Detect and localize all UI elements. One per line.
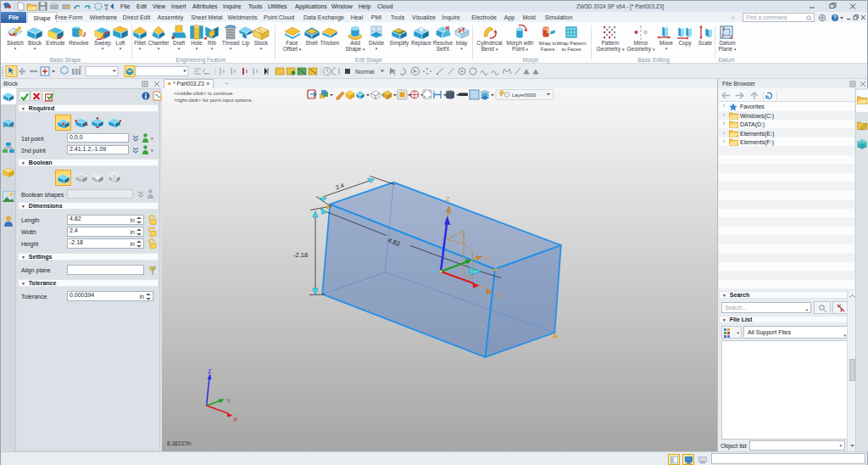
- svg-text:3: 3: [722, 26, 725, 31]
- svg-text:Layer0000: Layer0000: [512, 92, 537, 98]
- svg-text:Normal: Normal: [355, 69, 375, 75]
- svg-text:2: 2: [730, 35, 732, 40]
- svg-text:1: 1: [721, 33, 724, 38]
- svg-text:Z: Z: [208, 367, 212, 375]
- svg-text:X: X: [233, 416, 237, 423]
- svg-text:2.4: 2.4: [335, 182, 345, 191]
- svg-text:-2.18: -2.18: [293, 251, 308, 259]
- svg-text:Y: Y: [226, 397, 231, 405]
- svg-text:?: ?: [833, 14, 837, 20]
- svg-text:Y: Y: [485, 255, 490, 262]
- svg-text:Z: Z: [446, 195, 450, 203]
- svg-text:X: X: [498, 292, 503, 300]
